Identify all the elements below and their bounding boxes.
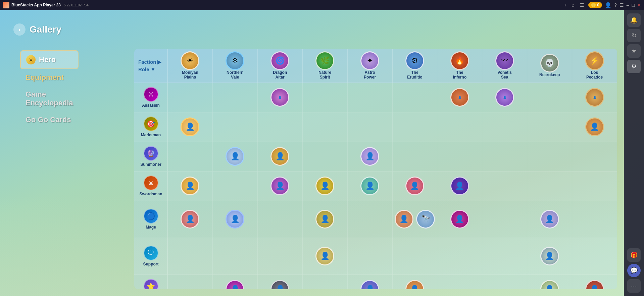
hero-avatar[interactable]: 👤 [181, 177, 199, 195]
hero-cell-marksman-vonetis [482, 112, 527, 142]
faction-filter-button[interactable]: Faction ▶ [138, 59, 161, 65]
hero-avatar[interactable]: 👤 [270, 280, 289, 289]
hero-cell-assassin-vonetis: 👤 [482, 83, 527, 112]
role-filter-button[interactable]: Role ▼ [138, 66, 155, 72]
hero-avatar[interactable]: 👤 [360, 177, 379, 195]
faction-icon-lospedados[interactable]: ⚡ [585, 51, 604, 70]
role-name-summoner: Summoner [140, 162, 161, 167]
hero-cell-support-astro [348, 238, 393, 275]
nav-gogocards-label: Go Go Cards [26, 115, 71, 124]
faction-icon-astro[interactable]: ✦ [360, 51, 379, 70]
hero-avatar[interactable]: 👤 [450, 177, 469, 195]
faction-icon-nature[interactable]: 🌿 [315, 51, 334, 70]
hero-cell-assassin-moniyan [168, 83, 213, 112]
hero-avatar[interactable]: 👤 [226, 210, 244, 229]
faction-icon-inferno[interactable]: 🔥 [450, 51, 469, 70]
nav-item-encyclopedia[interactable]: GameEncyclopedia [20, 86, 79, 111]
minimize-icon[interactable]: – [627, 2, 629, 8]
faction-icon-eruditio[interactable]: ⚙ [405, 51, 424, 70]
role-cell-marksman: 🎯 Marksman [134, 112, 168, 142]
grid-row-swordsman: ⚔ Swordsman 👤 👤 👤 👤 👤 [134, 171, 617, 201]
role-icon-summoner: 🔮 [144, 146, 158, 161]
nav-item-equipment[interactable]: Equipment [20, 69, 79, 86]
hero-avatar[interactable]: 👤 [226, 280, 244, 289]
hero-avatar[interactable]: 👤 [270, 88, 289, 107]
sidebar-refresh-icon[interactable]: ↻ [627, 29, 641, 42]
menu-icon[interactable]: ☰ [620, 2, 624, 8]
faction-name-lospedados: LosPecados [586, 70, 603, 80]
hero-avatar[interactable]: 👤 [270, 147, 289, 166]
sidebar-gift-icon[interactable]: 🎁 [627, 248, 641, 262]
grid-row-support: 🛡 Support 👤 👤 [134, 238, 617, 275]
hero-avatar[interactable]: 👤 [315, 177, 334, 195]
hero-cell-summoner-moniyan [168, 142, 213, 171]
hero-cell-marksman-lospedados: 👤 [572, 112, 617, 142]
nav-back-icon[interactable]: ‹ [565, 2, 566, 8]
faction-icon-northern[interactable]: ❄ [226, 51, 244, 70]
close-icon[interactable]: ✕ [637, 2, 641, 8]
faction-icon-moniyan[interactable]: ☀ [181, 51, 199, 70]
hero-cell-swordsman-astro: 👤 [348, 171, 393, 201]
maximize-icon[interactable]: □ [632, 2, 635, 8]
nav-item-hero[interactable]: ⚔ Hero [20, 50, 79, 69]
hero-avatar[interactable]: 👤 [495, 88, 514, 107]
hero-avatar[interactable]: 👤 [585, 280, 604, 289]
role-name-support: Support [143, 262, 159, 266]
hero-cell-assassin-dragon: 👤 [258, 83, 303, 112]
sidebar-notification-icon[interactable]: 🔔 [627, 13, 641, 27]
faction-icon-vonetis[interactable]: 〰 [495, 51, 514, 70]
hero-avatar[interactable]: 👤 [585, 88, 604, 107]
hero-avatar[interactable]: 👤 [395, 210, 413, 229]
hero-avatar[interactable]: 👤 [315, 210, 334, 229]
nav-item-gogocards[interactable]: Go Go Cards [20, 111, 79, 128]
hero-cell-swordsman-vonetis [482, 171, 527, 201]
hero-cell-stargazer-vonetis [482, 275, 527, 289]
profile-icon[interactable]: 👤 [605, 2, 611, 8]
hero-avatar[interactable]: 👤 [405, 177, 424, 195]
faction-name-astro: AstroPower [364, 70, 376, 80]
role-cell-swordsman: ⚔ Swordsman [134, 171, 168, 201]
hero-avatar[interactable]: 👤 [270, 177, 289, 195]
sidebar-star-icon[interactable]: ★ [627, 44, 641, 58]
grid-row-marksman: 🎯 Marksman 👤 👤 [134, 112, 617, 142]
hero-avatar[interactable]: 👤 [181, 117, 199, 136]
back-button[interactable]: ‹ [13, 23, 26, 36]
hero-cell-mage-nature: 👤 [303, 201, 348, 238]
hero-avatar[interactable]: 👤 [360, 280, 379, 289]
hero-cell-summoner-lospedados [572, 142, 617, 171]
hero-avatar[interactable]: 👤 [540, 210, 559, 229]
left-nav: ⚔ Hero Equipment GameEncyclopedia Go Go … [20, 50, 79, 128]
hero-cell-stargazer-eruditio: 👤 [393, 275, 438, 289]
hero-cell-marksman-eruditio [393, 112, 438, 142]
hero-cell-stargazer-northern: 👤 [213, 275, 258, 289]
hero-cell-stargazer-nature [303, 275, 348, 289]
hero-cell-stargazer-astro: 👤 [348, 275, 393, 289]
grid-row-assassin: ⚔ Assassin 👤 👤 👤 👤 [134, 83, 617, 112]
nav-home-icon[interactable]: ⌂ [572, 2, 574, 8]
help-icon[interactable]: ? [614, 2, 617, 8]
role-name-mage: Mage [146, 225, 156, 230]
hero-avatar[interactable]: 👤 [450, 88, 469, 107]
hero-avatar[interactable]: 👤 [585, 117, 604, 136]
role-icon-marksman: 🎯 [144, 116, 158, 131]
hero-avatar[interactable]: 👤 [405, 280, 424, 289]
role-name-assassin: Assassin [142, 103, 160, 108]
hero-avatar[interactable]: 👤 [181, 210, 199, 229]
hero-avatar[interactable]: 👤 [315, 247, 334, 265]
faction-icon-dragon[interactable]: 🌀 [270, 51, 289, 70]
sidebar-chat-icon[interactable]: 💬 [627, 264, 641, 277]
faction-icon-necrokeep[interactable]: 💀 [540, 54, 559, 72]
hero-avatar[interactable]: 👤 [540, 280, 559, 289]
hero-cell-assassin-necrokeep [527, 83, 572, 112]
hero-avatar[interactable]: 👤 [450, 210, 469, 229]
hero-avatar[interactable]: 👤 [360, 147, 379, 166]
sidebar-more-icon[interactable]: ⋯ [627, 279, 641, 293]
nav-bookmark-icon[interactable]: ☰ [580, 2, 584, 8]
hero-avatar[interactable]: 👤 [540, 247, 559, 265]
app-version: 5.22.0.1102 P64 [64, 3, 88, 7]
hero-avatar[interactable]: 👤 [226, 147, 244, 166]
hero-avatar[interactable]: 🔭 [416, 210, 435, 229]
hero-cell-swordsman-inferno: 👤 [437, 171, 482, 201]
sidebar-settings-icon[interactable]: ⚙ [627, 60, 641, 73]
main-area: ‹ Gallery ⚔ Hero Equipment GameEncyclope… [0, 10, 624, 296]
